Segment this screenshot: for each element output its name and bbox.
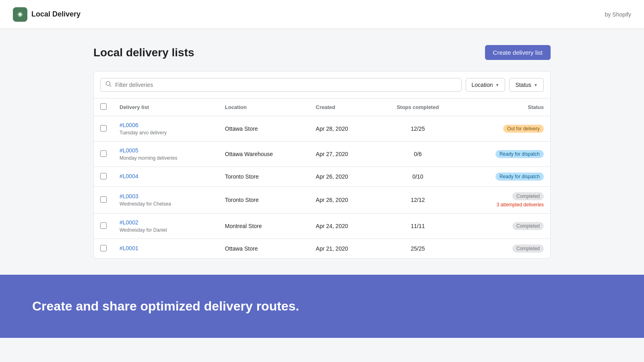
status-badge: Completed <box>512 192 544 200</box>
app-by: by Shopify <box>605 11 631 18</box>
delivery-list-card: Location ▼ Status ▼ Delivery list Locati… <box>93 71 551 259</box>
row-checkbox-cell <box>94 214 113 239</box>
select-all-checkbox[interactable] <box>100 103 107 110</box>
row-checkbox-cell <box>94 239 113 259</box>
row-select-checkbox[interactable] <box>100 196 107 203</box>
row-checkbox-cell <box>94 142 113 167</box>
delivery-list-cell: #L0003Wednesday for Chelsea <box>113 187 219 214</box>
table-row: #L0006Tuesday arvo deliveryOttawa StoreA… <box>94 116 550 142</box>
status-cell: Completed <box>459 214 550 239</box>
attempted-deliveries-text: 3 attempted deliveries <box>465 202 544 208</box>
row-checkbox-cell <box>94 167 113 187</box>
col-created: Created <box>310 99 377 116</box>
table-row: #L0004Toronto StoreApr 26, 20200/10Ready… <box>94 167 550 187</box>
location-cell: Ottawa Store <box>219 116 310 142</box>
status-badge: Ready for dispatch <box>495 150 544 158</box>
delivery-list-link[interactable]: #L0004 <box>120 173 212 179</box>
status-cell: Completed <box>459 239 550 259</box>
footer-banner-text: Create and share optimized delivery rout… <box>32 299 612 314</box>
stops-cell: 12/12 <box>377 187 459 214</box>
col-stops: Stops completed <box>377 99 459 116</box>
delivery-list-cell: #L0005Monday morning deliveries <box>113 142 219 167</box>
delivery-list-cell: #L0006Tuesday arvo delivery <box>113 116 219 142</box>
col-status: Status <box>459 99 550 116</box>
search-wrapper <box>100 78 462 92</box>
location-chevron-icon: ▼ <box>495 83 499 87</box>
delivery-subtitle: Wednesday for Chelsea <box>120 201 171 207</box>
status-cell: Completed3 attempted deliveries <box>459 187 550 214</box>
table-header-row: Delivery list Location Created Stops com… <box>94 99 550 116</box>
status-filter-label: Status <box>515 82 531 88</box>
table-row: #L0005Monday morning deliveriesOttawa Wa… <box>94 142 550 167</box>
created-cell: Apr 24, 2020 <box>310 214 377 239</box>
created-cell: Apr 21, 2020 <box>310 239 377 259</box>
created-cell: Apr 26, 2020 <box>310 187 377 214</box>
search-icon <box>105 81 112 89</box>
row-select-checkbox[interactable] <box>100 150 107 157</box>
status-chevron-icon: ▼ <box>534 83 538 87</box>
delivery-subtitle: Wednesday for Daniel <box>120 227 167 233</box>
status-badge: Completed <box>512 245 544 253</box>
row-select-checkbox[interactable] <box>100 125 107 132</box>
app-logo-icon <box>13 7 27 22</box>
status-cell: Out for delivery <box>459 116 550 142</box>
delivery-list-link[interactable]: #L0006 <box>120 122 212 128</box>
created-cell: Apr 27, 2020 <box>310 142 377 167</box>
col-delivery-list: Delivery list <box>113 99 219 116</box>
status-filter-button[interactable]: Status ▼ <box>509 78 544 92</box>
page-title: Local delivery lists <box>93 46 194 59</box>
stops-cell: 0/10 <box>377 167 459 187</box>
location-cell: Ottawa Warehouse <box>219 142 310 167</box>
delivery-table: Delivery list Location Created Stops com… <box>94 99 550 258</box>
app-logo: Local Delivery <box>13 7 80 22</box>
delivery-list-link[interactable]: #L0002 <box>120 219 212 226</box>
location-filter-button[interactable]: Location ▼ <box>466 78 506 92</box>
status-cell: Ready for dispatch <box>459 142 550 167</box>
status-badge: Completed <box>512 222 544 230</box>
row-checkbox-cell <box>94 116 113 142</box>
filter-bar: Location ▼ Status ▼ <box>94 72 550 99</box>
location-cell: Ottawa Store <box>219 239 310 259</box>
delivery-list-link[interactable]: #L0005 <box>120 147 212 154</box>
app-name: Local Delivery <box>31 10 80 19</box>
location-cell: Toronto Store <box>219 187 310 214</box>
delivery-list-link[interactable]: #L0001 <box>120 245 212 251</box>
location-cell: Montreal Store <box>219 214 310 239</box>
delivery-list-cell: #L0002Wednesday for Daniel <box>113 214 219 239</box>
create-delivery-list-button[interactable]: Create delivery list <box>485 45 551 60</box>
footer-banner: Create and share optimized delivery rout… <box>0 275 644 338</box>
stops-cell: 25/25 <box>377 239 459 259</box>
row-select-checkbox[interactable] <box>100 245 107 251</box>
stops-cell: 0/6 <box>377 142 459 167</box>
page-header: Local delivery lists Create delivery lis… <box>93 45 551 60</box>
delivery-list-cell: #L0001 <box>113 239 219 259</box>
table-row: #L0002Wednesday for DanielMontreal Store… <box>94 214 550 239</box>
delivery-list-cell: #L0004 <box>113 167 219 187</box>
delivery-subtitle: Monday morning deliveries <box>120 155 177 161</box>
table-row: #L0003Wednesday for ChelseaToronto Store… <box>94 187 550 214</box>
created-cell: Apr 26, 2020 <box>310 167 377 187</box>
row-checkbox-cell <box>94 187 113 214</box>
search-input[interactable] <box>115 78 456 91</box>
status-badge: Ready for dispatch <box>495 173 544 181</box>
table-row: #L0001Ottawa StoreApr 21, 202025/25Compl… <box>94 239 550 259</box>
col-location: Location <box>219 99 310 116</box>
status-badge: Out for delivery <box>503 125 544 133</box>
main-content: Local delivery lists Create delivery lis… <box>80 29 564 275</box>
row-select-checkbox[interactable] <box>100 173 107 179</box>
location-filter-label: Location <box>472 82 493 88</box>
delivery-list-link[interactable]: #L0003 <box>120 193 212 200</box>
stops-cell: 12/25 <box>377 116 459 142</box>
created-cell: Apr 28, 2020 <box>310 116 377 142</box>
header-checkbox-cell <box>94 99 113 116</box>
location-cell: Toronto Store <box>219 167 310 187</box>
status-cell: Ready for dispatch <box>459 167 550 187</box>
row-select-checkbox[interactable] <box>100 222 107 229</box>
table-body: #L0006Tuesday arvo deliveryOttawa StoreA… <box>94 116 550 259</box>
stops-cell: 11/11 <box>377 214 459 239</box>
app-header: Local Delivery by Shopify <box>0 0 644 29</box>
delivery-subtitle: Tuesday arvo delivery <box>120 130 167 136</box>
